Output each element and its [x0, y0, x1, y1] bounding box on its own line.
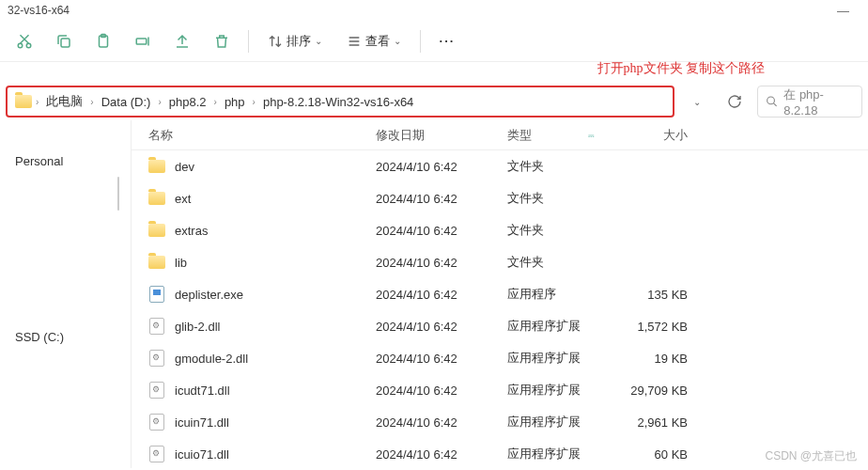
cut-button[interactable]: [8, 24, 41, 58]
svg-point-6: [767, 97, 775, 104]
chevron-right-icon: ›: [214, 97, 217, 107]
breadcrumb-item[interactable]: php: [221, 93, 249, 111]
header-size[interactable]: 大小: [618, 127, 703, 144]
paste-button[interactable]: [86, 24, 120, 58]
sort-dropdown[interactable]: 排序 ⌄: [258, 24, 332, 58]
file-type: 应用程序扩展: [507, 318, 618, 335]
sort-indicator-icon: ⎓: [588, 130, 595, 141]
copy-button[interactable]: [47, 24, 81, 58]
svg-rect-2: [61, 39, 70, 47]
file-size: 29,709 KB: [618, 384, 703, 398]
file-type: 文件夹: [507, 190, 618, 207]
breadcrumb-item[interactable]: php8.2: [165, 93, 210, 111]
svg-rect-5: [136, 39, 147, 44]
column-headers: 名称 修改日期 类型⎓ 大小: [132, 120, 868, 150]
annotation-text: 打开php文件夹 复制这个路径: [597, 60, 766, 77]
search-icon: [766, 95, 778, 108]
breadcrumb-item[interactable]: php-8.2.18-Win32-vs16-x64: [259, 93, 417, 111]
search-input[interactable]: 在 php-8.2.18: [757, 86, 862, 118]
file-row[interactable]: deplister.exe2024/4/10 6:42应用程序135 KB: [132, 278, 868, 310]
dll-icon: [148, 318, 165, 335]
folder-icon: [15, 95, 32, 108]
address-row: › 此电脑 › Data (D:) › php8.2 › php › php-8…: [0, 83, 868, 120]
folder-icon: [148, 158, 165, 175]
file-date: 2024/4/10 6:42: [376, 224, 507, 238]
header-name[interactable]: 名称: [132, 127, 376, 144]
file-size: 1,572 KB: [618, 320, 703, 334]
breadcrumb-item[interactable]: Data (D:): [98, 93, 155, 111]
file-date: 2024/4/10 6:42: [376, 415, 507, 430]
chevron-right-icon: ›: [90, 97, 93, 107]
file-size: 2,961 KB: [618, 415, 703, 430]
file-type: 应用程序扩展: [507, 446, 618, 462]
file-row[interactable]: icuio71.dll2024/4/10 6:42应用程序扩展60 KB: [132, 438, 868, 468]
separator: [420, 30, 421, 53]
chevron-right-icon: ›: [158, 97, 161, 107]
file-row[interactable]: glib-2.dll2024/4/10 6:42应用程序扩展1,572 KB: [132, 310, 868, 342]
file-date: 2024/4/10 6:42: [376, 320, 507, 334]
window-title: 32-vs16-x64: [8, 4, 70, 17]
file-name: lib: [175, 256, 187, 270]
chevron-down-icon: ⌄: [315, 36, 322, 46]
view-dropdown[interactable]: 查看 ⌄: [337, 24, 411, 58]
svg-point-0: [18, 43, 23, 48]
file-size: 19 KB: [618, 352, 703, 366]
dll-icon: [148, 414, 165, 431]
file-row[interactable]: extras2024/4/10 6:42文件夹: [132, 214, 868, 246]
breadcrumb-item[interactable]: 此电脑: [42, 91, 86, 112]
dll-icon: [148, 446, 165, 462]
share-button[interactable]: [165, 24, 199, 58]
file-type: 文件夹: [507, 222, 618, 239]
dll-icon: [148, 382, 165, 399]
file-type: 文件夹: [507, 158, 618, 175]
file-date: 2024/4/10 6:42: [376, 384, 507, 398]
file-row[interactable]: dev2024/4/10 6:42文件夹: [132, 150, 868, 182]
chevron-right-icon: ›: [253, 97, 256, 107]
sort-label: 排序: [287, 33, 311, 50]
file-type: 应用程序扩展: [507, 382, 618, 399]
file-name: deplister.exe: [175, 288, 243, 302]
file-type: 应用程序扩展: [507, 414, 618, 431]
dll-icon: [148, 350, 165, 367]
folder-icon: [148, 222, 165, 239]
file-date: 2024/4/10 6:42: [376, 288, 507, 302]
sidebar: Personal SSD (C:): [0, 120, 132, 468]
sidebar-item-ssd[interactable]: SSD (C:): [0, 324, 131, 350]
file-list: 名称 修改日期 类型⎓ 大小 dev2024/4/10 6:42文件夹ext20…: [132, 120, 868, 468]
header-date[interactable]: 修改日期: [376, 127, 507, 144]
sidebar-item-personal[interactable]: Personal: [0, 149, 131, 174]
file-row[interactable]: icuin71.dll2024/4/10 6:42应用程序扩展2,961 KB: [132, 406, 868, 438]
title-bar: 32-vs16-x64 —: [0, 0, 868, 21]
file-type: 应用程序: [507, 286, 618, 303]
more-button[interactable]: ···: [430, 24, 464, 58]
minimize-button[interactable]: —: [826, 4, 860, 18]
file-date: 2024/4/10 6:42: [376, 256, 507, 270]
file-date: 2024/4/10 6:42: [376, 447, 507, 462]
file-name: extras: [175, 224, 208, 238]
delete-button[interactable]: [205, 24, 239, 58]
chevron-right-icon: ›: [36, 97, 39, 107]
file-size: 135 KB: [618, 288, 703, 302]
file-row[interactable]: lib2024/4/10 6:42文件夹: [132, 246, 868, 278]
rename-button[interactable]: [126, 24, 160, 58]
svg-point-1: [26, 43, 31, 48]
file-name: icudt71.dll: [175, 384, 230, 398]
file-date: 2024/4/10 6:42: [376, 160, 507, 174]
file-size: 60 KB: [618, 447, 703, 462]
view-label: 查看: [365, 33, 390, 50]
folder-icon: [148, 190, 165, 207]
watermark: CSDN @尤喜已也: [765, 448, 857, 464]
scrollbar-thumb[interactable]: [117, 177, 119, 211]
file-name: icuin71.dll: [175, 415, 229, 430]
file-name: ext: [175, 192, 191, 206]
address-bar[interactable]: › 此电脑 › Data (D:) › php8.2 › php › php-8…: [6, 86, 674, 118]
file-row[interactable]: gmodule-2.dll2024/4/10 6:42应用程序扩展19 KB: [132, 342, 868, 374]
header-type[interactable]: 类型⎓: [507, 127, 618, 144]
file-name: glib-2.dll: [175, 320, 220, 334]
history-dropdown-button[interactable]: ⌄: [682, 86, 712, 117]
refresh-button[interactable]: [720, 86, 750, 117]
file-row[interactable]: ext2024/4/10 6:42文件夹: [132, 182, 868, 214]
file-row[interactable]: icudt71.dll2024/4/10 6:42应用程序扩展29,709 KB: [132, 374, 868, 406]
file-date: 2024/4/10 6:42: [376, 192, 507, 206]
file-type: 文件夹: [507, 254, 618, 271]
